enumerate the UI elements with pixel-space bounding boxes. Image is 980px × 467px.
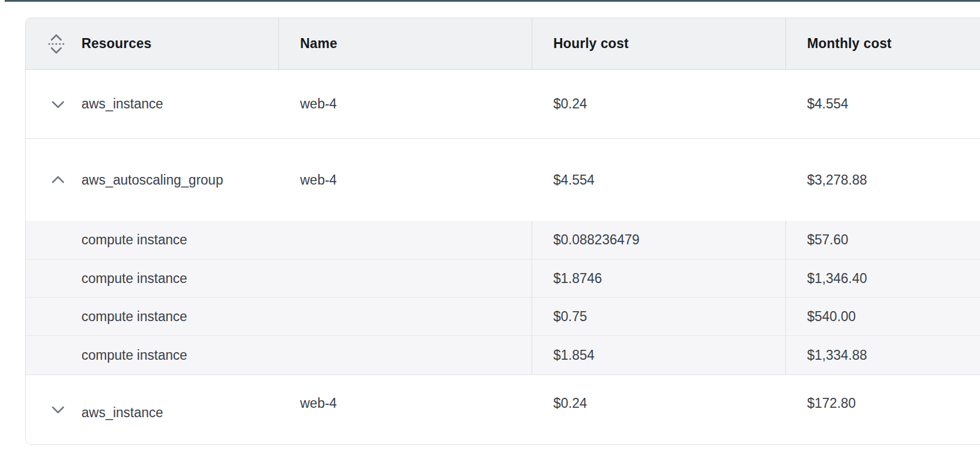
hourly-cost-cell: $4.554 xyxy=(532,139,786,221)
top-accent-bar xyxy=(5,0,980,2)
cost-breakdown-table: Resources Name Hourly cost Monthly cost … xyxy=(25,18,980,445)
resource-type-label: aws_instance xyxy=(81,96,163,112)
chevron-down-icon[interactable] xyxy=(47,405,68,414)
cost-component-label: compute instance xyxy=(26,260,532,297)
column-header-monthly-cost-label: Monthly cost xyxy=(807,36,891,52)
resource-cell: aws_instance xyxy=(26,375,279,444)
monthly-cost-cell: $540.00 xyxy=(786,298,980,335)
monthly-cost-cell: $3,278.88 xyxy=(786,139,980,221)
hourly-cost-cell: $1.854 xyxy=(532,336,786,374)
cost-component-row: compute instance $0.75 $540.00 xyxy=(26,297,980,335)
hourly-cost-cell: $0.088236479 xyxy=(532,221,786,259)
chevron-down-icon[interactable] xyxy=(47,100,68,109)
resource-type-label: aws_autoscaling_group xyxy=(81,172,223,188)
name-cell: web-4 xyxy=(279,375,532,444)
column-header-resources-label: Resources xyxy=(81,36,151,52)
column-header-hourly-cost: Hourly cost xyxy=(532,18,786,69)
page: Resources Name Hourly cost Monthly cost … xyxy=(0,0,980,467)
column-header-name-label: Name xyxy=(300,36,337,52)
resource-cell: aws_autoscaling_group xyxy=(26,139,279,221)
name-cell: web-4 xyxy=(279,70,532,138)
cost-component-row: compute instance $0.088236479 $57.60 xyxy=(26,221,980,259)
name-cell: web-4 xyxy=(279,139,532,221)
monthly-cost-cell: $1,346.40 xyxy=(786,260,980,297)
cost-component-row: compute instance $1.8746 $1,346.40 xyxy=(26,259,980,297)
monthly-cost-cell: $172.80 xyxy=(786,375,980,444)
cost-component-row: compute instance $1.854 $1,334.88 xyxy=(26,335,980,374)
resource-row[interactable]: aws_autoscaling_group web-4 $4.554 $3,27… xyxy=(26,138,980,221)
hourly-cost-cell: $0.24 xyxy=(532,375,786,444)
resource-row[interactable]: aws_instance web-4 $0.24 $4.554 xyxy=(26,70,980,138)
column-header-monthly-cost: Monthly cost xyxy=(786,18,980,69)
chevron-up-icon[interactable] xyxy=(47,175,68,185)
cost-component-label: compute instance xyxy=(26,336,532,374)
column-header-name: Name xyxy=(279,18,532,69)
monthly-cost-cell: $1,334.88 xyxy=(786,336,980,374)
hourly-cost-cell: $0.75 xyxy=(532,298,786,335)
monthly-cost-cell: $57.60 xyxy=(786,221,980,259)
column-header-resources: Resources xyxy=(26,18,279,69)
resource-row[interactable]: aws_instance web-4 $0.24 $172.80 xyxy=(26,374,980,444)
hourly-cost-cell: $1.8746 xyxy=(532,260,786,297)
cost-component-label: compute instance xyxy=(26,298,532,335)
hourly-cost-cell: $0.24 xyxy=(532,70,786,138)
resource-cell: aws_instance xyxy=(26,70,279,138)
column-header-hourly-cost-label: Hourly cost xyxy=(553,36,629,52)
table-header-row: Resources Name Hourly cost Monthly cost xyxy=(26,18,980,70)
drag-sort-icon[interactable] xyxy=(47,32,65,56)
monthly-cost-cell: $4.554 xyxy=(786,70,980,138)
cost-component-label: compute instance xyxy=(26,221,532,259)
resource-type-label: aws_instance xyxy=(81,405,163,421)
